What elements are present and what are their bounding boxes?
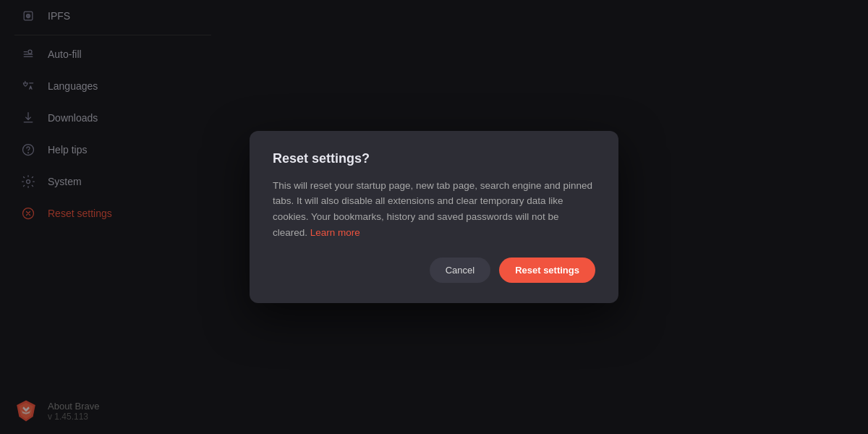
dialog-actions: Cancel Reset settings: [273, 258, 595, 283]
cancel-button[interactable]: Cancel: [430, 258, 490, 283]
learn-more-link[interactable]: Learn more: [310, 227, 360, 238]
modal-overlay: Reset settings? This will reset your sta…: [0, 0, 868, 434]
dialog-title: Reset settings?: [273, 151, 595, 166]
reset-settings-button[interactable]: Reset settings: [499, 258, 595, 283]
reset-dialog: Reset settings? This will reset your sta…: [250, 131, 618, 303]
dialog-body: This will reset your startup page, new t…: [273, 178, 595, 240]
